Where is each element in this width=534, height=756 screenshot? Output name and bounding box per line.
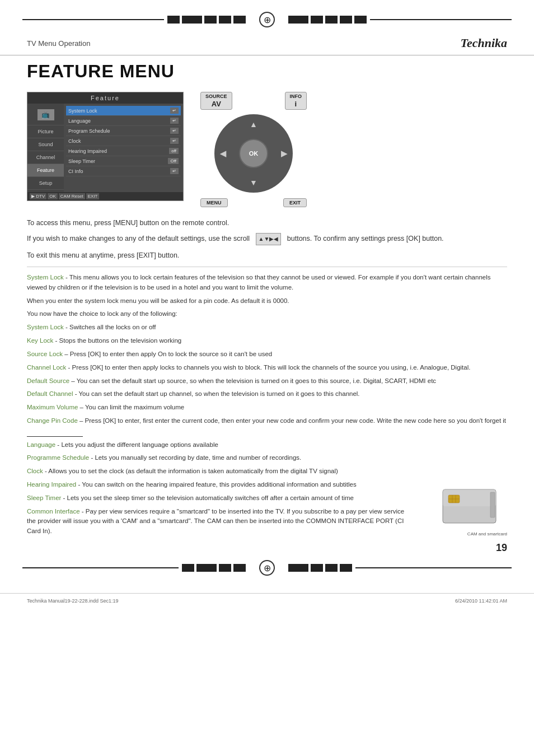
menu-value-clock: ↵ [170, 138, 179, 144]
mark-blocks-right [288, 16, 367, 24]
pin-blank-line [27, 426, 83, 437]
mark-block [340, 564, 352, 572]
mark-block [325, 16, 338, 24]
menu-value-hearingimpaired: off [169, 148, 179, 154]
dpad-up-arrow: ▲ [250, 120, 257, 129]
menu-label-clock: Clock [68, 138, 170, 144]
feature-term-defaultsource: Default Source [27, 377, 69, 384]
footer-right-text: 6/24/2010 11:42:01 AM [455, 598, 507, 604]
feature-channellock: Channel Lock - Press [OK] to enter then … [27, 363, 507, 373]
tv-menu-sidebar: 📺 Picture Sound Channel Feature Setup [27, 104, 64, 192]
mark-block-wide [288, 16, 308, 24]
mark-block-wide [182, 16, 202, 24]
main-content: FEATURE MENU Feature 📺 Picture Sound Cha… [0, 61, 534, 536]
remote-control-screenshot: SOURCE AV INFO i ▲ ▼ ◀ ▶ OK MENU [200, 92, 307, 207]
page-title: FEATURE MENU [27, 61, 507, 82]
sidebar-item-feature: Feature [27, 164, 64, 177]
feature-term-sourcelock: Source Lock [27, 351, 63, 357]
mark-line-left-bottom [22, 567, 179, 568]
feature-term-sleeptimer: Sleep Timer [27, 494, 61, 501]
cam-card-svg [440, 487, 502, 529]
mark-blocks-right-bottom [288, 564, 352, 572]
menu-label-systemlock: System Lock [68, 108, 170, 114]
tv-menu-footer: ▶ DTV OK CAM Reset EXIT [27, 192, 183, 200]
page-header: TV Menu Operation Technika [0, 34, 534, 55]
tv-menu-body: 📺 Picture Sound Channel Feature Setup Sy… [27, 104, 183, 192]
feature-systemlock-short: System Lock - Switches all the locks on … [27, 323, 507, 333]
registration-mark-top: ⊕ [259, 12, 275, 27]
dpad-down-arrow: ▼ [250, 178, 257, 187]
feature-pincode-note: When you enter the system lock menu you … [27, 296, 507, 306]
page-footer: Technika Manual19-22-228.indd Sec1:19 6/… [0, 593, 534, 608]
remote-exit-button[interactable]: EXIT [283, 198, 307, 207]
mark-block [219, 16, 231, 24]
mark-block [354, 16, 367, 24]
dpad-left-arrow: ◀ [220, 149, 226, 158]
menu-row-clock: Clock ↵ [66, 136, 181, 146]
feature-defaultsource: Default Source – You can set the default… [27, 376, 507, 386]
feature-term-channellock: Channel Lock [27, 364, 66, 371]
feature-term-maxvolume: Maximum Volume [27, 404, 78, 410]
instruction-scroll: If you wish to make changes to any of th… [27, 233, 507, 245]
feature-defaultchannel: Default Channel - You can set the defaul… [27, 389, 507, 399]
remote-top-buttons: SOURCE AV INFO i [200, 92, 307, 110]
feature-clock: Clock - Allows you to set the clock (as … [27, 466, 507, 477]
mark-block [204, 16, 217, 24]
menu-label-language: Language [68, 118, 170, 124]
source-label: SOURCE [205, 94, 227, 99]
mark-blocks-left-bottom [182, 564, 246, 572]
feature-term-systemlock: System Lock [27, 274, 64, 281]
remote-source-button: SOURCE AV [200, 92, 232, 110]
remote-menu-button[interactable]: MENU [200, 198, 228, 207]
instruction-access: To access this menu, press [MENU] button… [27, 217, 507, 228]
mark-line-right [370, 19, 512, 20]
mark-line-left [22, 19, 164, 20]
instruction-exit: To exit this menu at anytime, press [EXI… [27, 250, 507, 261]
feature-changepincode: Change Pin Code – Press [OK] to enter, f… [27, 416, 507, 437]
feature-sleeptimer: Sleep Timer - Lets you set the sleep tim… [27, 493, 507, 503]
footer-ok: OK [48, 193, 58, 199]
menu-label-ciinfo: CI Info [68, 169, 170, 174]
sidebar-item-setup: Setup [27, 177, 64, 190]
tv-icon: 📺 [38, 109, 54, 120]
cam-section: Common Interface - Pay per view services… [27, 507, 507, 536]
feature-term-clock: Clock [27, 468, 43, 474]
menu-row-language: Language ↵ [66, 116, 181, 126]
mark-block [167, 16, 180, 24]
cam-image-container: CAM and smartcard [440, 487, 507, 536]
remote-info-button: INFO i [285, 92, 307, 110]
sidebar-item-channel: Channel [27, 151, 64, 164]
mark-blocks-left [167, 16, 246, 24]
feature-term-hearingimpaired: Hearing Impaired [27, 481, 76, 488]
scroll-arrows-indicator: ▲▼▶◀ [256, 233, 282, 245]
sidebar-icon-item: 📺 [27, 106, 64, 125]
feature-language: Language - Lets you adjust the different… [27, 440, 507, 450]
dpad-right-arrow: ▶ [281, 149, 287, 158]
mark-block [182, 564, 194, 572]
feature-term-changepincode: Change Pin Code [27, 417, 78, 424]
feature-choice-intro: You now have the choice to lock any of t… [27, 309, 507, 319]
feature-term-language: Language [27, 441, 55, 448]
ok-button[interactable]: OK [239, 139, 268, 168]
mark-block [219, 564, 231, 572]
svg-rect-6 [490, 492, 495, 517]
section-divider [27, 267, 507, 267]
menu-row-sleeptimer: Sleep Timer Off [66, 156, 181, 166]
menu-row-progschedule: Program Schedule ↵ [66, 126, 181, 136]
page-marks-bottom: ⊕ [0, 554, 534, 587]
menu-value-language: ↵ [170, 118, 179, 124]
mark-line-right-bottom [355, 567, 512, 568]
feature-systemlock-desc: System Lock - This menu allows you to lo… [27, 273, 507, 293]
remote-dpad: ▲ ▼ ◀ ▶ OK [214, 114, 293, 193]
page-marks-top: ⊕ [0, 0, 534, 34]
footer-left-text: Technika Manual19-22-228.indd Sec1:19 [27, 598, 119, 604]
mark-block-wide [196, 564, 217, 572]
menu-label-progschedule: Program Schedule [68, 128, 170, 134]
tv-menu-title: Feature [27, 92, 183, 104]
registration-mark-bottom: ⊕ [259, 560, 275, 576]
menu-value-ciinfo: ↵ [170, 168, 179, 174]
mark-block [325, 564, 338, 572]
feature-term-commoninterface: Common Interface [27, 508, 80, 515]
info-label: INFO [290, 94, 302, 99]
sidebar-item-sound: Sound [27, 138, 64, 151]
